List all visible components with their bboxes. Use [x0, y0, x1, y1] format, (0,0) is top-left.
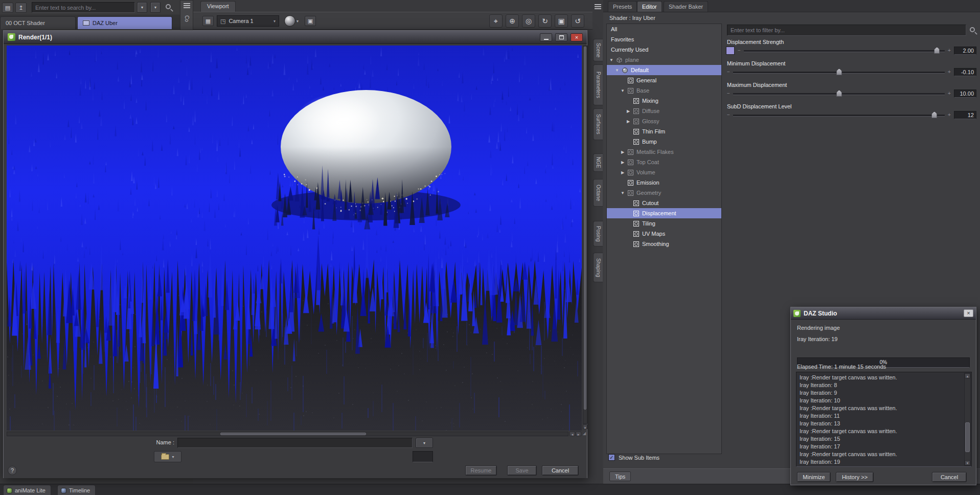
slider-value[interactable]: 12 — [954, 111, 976, 119]
expand-arrow-icon[interactable]: ▶ — [620, 170, 625, 175]
slider-increment-icon[interactable]: + — [947, 68, 952, 76]
slider-decrement-icon[interactable]: − — [726, 111, 731, 119]
slider-value[interactable]: -0.10 — [954, 68, 976, 76]
search-input[interactable] — [32, 2, 135, 13]
camera-selector[interactable]: ◳ Camera 1 ▾ — [217, 15, 279, 27]
expand-arrow-icon[interactable]: ▶ — [626, 109, 631, 114]
tree-item-cutout[interactable]: Cutout — [607, 198, 721, 208]
scene-grid-icon[interactable]: ▦ — [202, 16, 214, 26]
orbit-icon[interactable]: ↺ — [571, 14, 584, 28]
maximize-icon[interactable] — [555, 33, 567, 41]
history-button[interactable]: History >> — [836, 472, 874, 482]
dock-tab-scene[interactable]: Scene — [593, 39, 603, 61]
show-sub-items-checkbox[interactable]: ✓ — [608, 454, 615, 461]
expand-arrow-icon[interactable]: ▶ — [626, 119, 631, 124]
scroll-up-icon[interactable]: ▴ — [965, 373, 970, 378]
render-name-input[interactable] — [177, 438, 413, 448]
pan-icon[interactable]: ⊕ — [506, 14, 519, 28]
render-window-titlebar[interactable]: Render(1/1) × — [4, 31, 587, 44]
dock-tab-shaping[interactable]: Shaping — [593, 253, 603, 282]
color-swatch[interactable] — [726, 47, 735, 55]
scroll-down-icon[interactable]: ▾ — [965, 460, 970, 465]
expand-arrow-icon[interactable]: ▼ — [614, 68, 620, 73]
grid-view-icon[interactable]: ▤ — [2, 3, 13, 13]
slider-handle[interactable] — [931, 111, 937, 118]
slider-increment-icon[interactable]: + — [947, 47, 952, 55]
tree-item-currently-used[interactable]: Currently Used — [607, 44, 721, 55]
content-pane-tab[interactable]: Co — [180, 0, 193, 30]
zoom-icon[interactable]: ◎ — [522, 14, 535, 28]
slider-handle[interactable] — [836, 69, 842, 75]
drawstyle-sphere-button[interactable] — [284, 15, 295, 27]
dialog-close-icon[interactable]: × — [964, 309, 973, 317]
minimize-button[interactable]: Minimize — [797, 472, 831, 482]
resize-grip-icon[interactable]: ◢ — [583, 431, 588, 436]
tree-item-thin-film[interactable]: Thin Film — [607, 126, 721, 137]
dialog-cancel-button[interactable]: Cancel — [932, 472, 967, 482]
tree-item-general[interactable]: General — [607, 75, 721, 85]
tree-item-tiling[interactable]: Tiling — [607, 218, 721, 229]
scroll-up-icon[interactable]: ▴ — [583, 424, 587, 429]
tree-item-displacement[interactable]: Displacement — [607, 208, 721, 218]
slider-track[interactable] — [733, 111, 945, 119]
filter-input[interactable] — [727, 25, 966, 36]
frame-icon[interactable]: ▣ — [555, 14, 568, 28]
tree-item-glossy[interactable]: ▶Glossy — [607, 116, 721, 126]
tab-animate-lite[interactable]: aniMate Lite — [3, 485, 51, 495]
tab-shader-baker[interactable]: Shader Baker — [664, 1, 708, 12]
filter-icon[interactable] — [970, 27, 975, 32]
log-scrollbar[interactable]: ▴ ▾ — [964, 373, 971, 466]
tree-item-default[interactable]: ▼Default — [607, 65, 721, 75]
close-icon[interactable]: × — [571, 33, 583, 41]
expand-arrow-icon[interactable]: ▶ — [620, 150, 625, 154]
tree-item-metallic-flakes[interactable]: ▶Metallic Flakes — [607, 147, 721, 157]
dialog-titlebar[interactable]: DAZ Studio × — [791, 307, 976, 320]
tree-item-geometry[interactable]: ▼Geometry — [607, 188, 721, 198]
save-folder-button[interactable]: ▾ — [154, 451, 181, 462]
dock-tab-parameters[interactable]: Parameters — [593, 64, 603, 105]
resume-button[interactable]: Resume — [465, 465, 497, 476]
slider-decrement-icon[interactable]: − — [726, 68, 731, 76]
slider-increment-icon[interactable]: + — [947, 111, 952, 119]
search-icon[interactable] — [166, 4, 171, 9]
minimize-icon[interactable] — [540, 33, 552, 41]
tree-item-emission[interactable]: Emission — [607, 177, 721, 188]
tree-item-mixing[interactable]: Mixing — [607, 96, 721, 106]
tree-item-plane[interactable]: ▼plane — [607, 55, 721, 65]
pane-menu-icon[interactable] — [184, 3, 190, 4]
tips-button[interactable]: Tips — [609, 471, 631, 481]
dock-tab-posing[interactable]: Posing — [593, 221, 603, 246]
slider-track[interactable] — [733, 89, 945, 98]
tab-editor[interactable]: Editor — [637, 1, 662, 12]
aim-icon[interactable]: ⌖ — [489, 14, 503, 28]
aspect-frame-icon[interactable]: ▣ — [305, 16, 316, 26]
tab-presets[interactable]: Presets — [608, 1, 637, 12]
help-button[interactable]: ? — [8, 466, 17, 475]
slider-value[interactable]: 2.00 — [954, 47, 976, 55]
slider-handle[interactable] — [934, 47, 940, 54]
tree-item-base[interactable]: ▼Base — [607, 85, 721, 96]
tab-oct-shader[interactable]: 00 OCT Shader — [0, 16, 76, 29]
tree-item-all[interactable]: All — [607, 24, 721, 34]
search-scope-dropdown-icon[interactable]: ▾ — [137, 2, 147, 13]
expand-arrow-icon[interactable]: ▼ — [620, 88, 625, 93]
tree-item-uv-maps[interactable]: UV Maps — [607, 229, 721, 239]
render-hscrollbar[interactable] — [7, 432, 568, 436]
tree-item-favorites[interactable]: Favorites — [607, 34, 721, 44]
expand-arrow-icon[interactable]: ▼ — [609, 58, 614, 62]
tree-item-bump[interactable]: Bump — [607, 137, 721, 147]
dock-tab-nge[interactable]: NGE — [593, 153, 603, 172]
dock-tab-surfaces[interactable]: Surfaces — [593, 108, 603, 140]
format-box[interactable] — [413, 451, 433, 462]
drawstyle-dropdown-icon[interactable]: ▾ — [297, 19, 299, 24]
slider-handle[interactable] — [836, 90, 842, 97]
scroll-right-icon[interactable]: ▸ — [576, 432, 581, 436]
search-type-dropdown-icon[interactable]: ▾ — [150, 2, 161, 13]
tab-daz-uber[interactable]: DAZ Uber — [77, 16, 172, 29]
up-level-icon[interactable]: ↥ — [15, 3, 27, 13]
slider-track[interactable] — [744, 47, 945, 55]
tree-item-diffuse[interactable]: ▶Diffuse — [607, 106, 721, 116]
dock-tab-octane[interactable]: Octane — [593, 179, 603, 207]
tree-item-smoothing[interactable]: Smoothing — [607, 239, 721, 249]
rotate-icon[interactable]: ↻ — [538, 14, 552, 28]
